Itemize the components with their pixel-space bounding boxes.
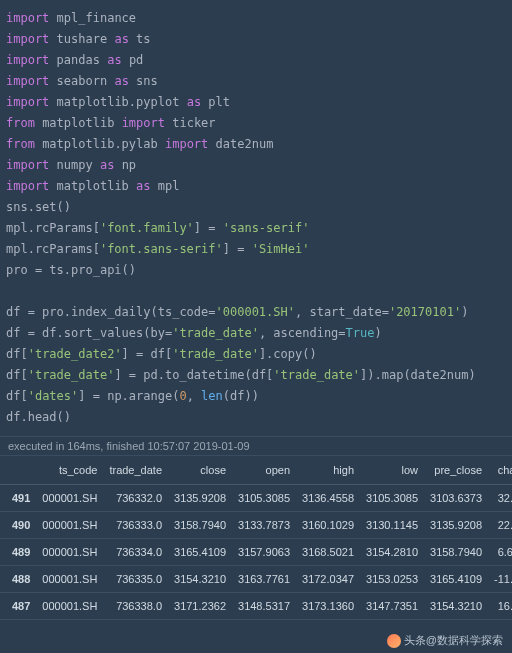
code-line: df['dates'] = np.arange(0, len(df)) [6, 386, 506, 407]
table-cell: 000001.SH [36, 485, 103, 512]
table-cell: 3103.6373 [424, 485, 488, 512]
table-cell: 736334.0 [103, 539, 168, 566]
watermark: 头条@数据科学探索 [384, 632, 506, 649]
code-line: df = pro.index_daily(ts_code='000001.SH'… [6, 302, 506, 323]
table-header: trade_date [103, 456, 168, 485]
row-index: 487 [0, 593, 36, 620]
code-line: import mpl_finance [6, 8, 506, 29]
code-editor[interactable]: import mpl_finance import tushare as ts … [0, 0, 512, 436]
table-cell: 3154.3210 [424, 593, 488, 620]
code-line [6, 281, 506, 302]
table-cell: 736335.0 [103, 566, 168, 593]
table-row: 491000001.SH736332.03135.92083105.308531… [0, 485, 512, 512]
table-cell: 000001.SH [36, 539, 103, 566]
table-cell: 3160.1029 [296, 512, 360, 539]
table-cell: 3171.2362 [168, 593, 232, 620]
code-line: import tushare as ts [6, 29, 506, 50]
table-cell: 3168.5021 [296, 539, 360, 566]
table-cell: 22.8 [488, 512, 512, 539]
table-row: 487000001.SH736338.03171.23623148.531731… [0, 593, 512, 620]
row-index: 488 [0, 566, 36, 593]
table-cell: 000001.SH [36, 512, 103, 539]
table-cell: 3154.3210 [168, 566, 232, 593]
table-cell: 3165.4109 [168, 539, 232, 566]
code-line: sns.set() [6, 197, 506, 218]
code-line: import numpy as np [6, 155, 506, 176]
table-cell: 736333.0 [103, 512, 168, 539]
output-table-area: ts_code trade_date close open high low p… [0, 456, 512, 620]
table-cell: 736338.0 [103, 593, 168, 620]
table-header: ts_code [36, 456, 103, 485]
table-cell: 3105.3085 [360, 485, 424, 512]
row-index: 491 [0, 485, 36, 512]
table-header-row: ts_code trade_date close open high low p… [0, 456, 512, 485]
table-header: open [232, 456, 296, 485]
table-cell: 3148.5317 [232, 593, 296, 620]
table-cell: 3135.9208 [168, 485, 232, 512]
code-line: df.head() [6, 407, 506, 428]
table-cell: 3173.1360 [296, 593, 360, 620]
table-header: pre_close [424, 456, 488, 485]
code-line: pro = ts.pro_api() [6, 260, 506, 281]
table-header: low [360, 456, 424, 485]
table-cell: 000001.SH [36, 566, 103, 593]
code-line: mpl.rcParams['font.family'] = 'sans-seri… [6, 218, 506, 239]
table-cell: 3147.7351 [360, 593, 424, 620]
table-header: close [168, 456, 232, 485]
code-line: from matplotlib import ticker [6, 113, 506, 134]
table-cell: 000001.SH [36, 593, 103, 620]
table-cell: 3136.4558 [296, 485, 360, 512]
table-cell: 3153.0253 [360, 566, 424, 593]
code-line: df['trade_date2'] = df['trade_date'].cop… [6, 344, 506, 365]
table-cell: 3158.7940 [168, 512, 232, 539]
execution-status: executed in 164ms, finished 10:57:07 201… [0, 436, 512, 456]
table-cell: 3157.9063 [232, 539, 296, 566]
table-cell: 3154.2810 [360, 539, 424, 566]
table-cell: 6.61 [488, 539, 512, 566]
code-line: df['trade_date'] = pd.to_datetime(df['tr… [6, 365, 506, 386]
table-cell: -11.0 [488, 566, 512, 593]
table-cell: 3133.7873 [232, 512, 296, 539]
code-line: import matplotlib as mpl [6, 176, 506, 197]
table-cell: 3105.3085 [232, 485, 296, 512]
table-cell: 16.9 [488, 593, 512, 620]
code-line: import pandas as pd [6, 50, 506, 71]
table-cell: 736332.0 [103, 485, 168, 512]
table-cell: 3135.9208 [424, 512, 488, 539]
table-row: 490000001.SH736333.03158.79403133.787331… [0, 512, 512, 539]
table-cell: 3165.4109 [424, 566, 488, 593]
code-line: import matplotlib.pyplot as plt [6, 92, 506, 113]
table-cell: 3130.1145 [360, 512, 424, 539]
table-header: char [488, 456, 512, 485]
row-index: 489 [0, 539, 36, 566]
avatar-icon [387, 634, 401, 648]
table-row: 488000001.SH736335.03154.32103163.776131… [0, 566, 512, 593]
code-line: df = df.sort_values(by='trade_date', asc… [6, 323, 506, 344]
table-row: 489000001.SH736334.03165.41093157.906331… [0, 539, 512, 566]
table-header [0, 456, 36, 485]
table-cell: 3172.0347 [296, 566, 360, 593]
table-cell: 3163.7761 [232, 566, 296, 593]
dataframe-table: ts_code trade_date close open high low p… [0, 456, 512, 620]
table-cell: 32.2 [488, 485, 512, 512]
table-header: high [296, 456, 360, 485]
row-index: 490 [0, 512, 36, 539]
table-cell: 3158.7940 [424, 539, 488, 566]
code-line: import seaborn as sns [6, 71, 506, 92]
code-line: from matplotlib.pylab import date2num [6, 134, 506, 155]
code-line: mpl.rcParams['font.sans-serif'] = 'SimHe… [6, 239, 506, 260]
